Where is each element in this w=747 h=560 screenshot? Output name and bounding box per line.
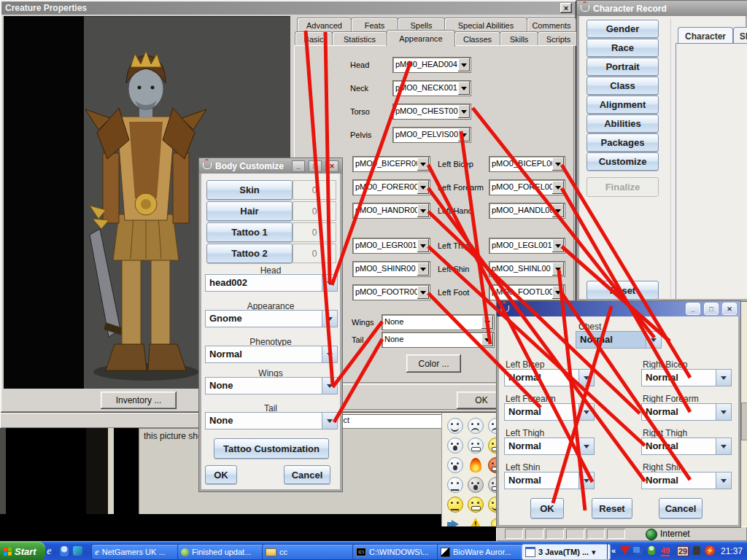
chevron-down-icon[interactable] — [322, 311, 337, 327]
emoticon-arrow-icon[interactable] — [445, 514, 465, 526]
chevron-down-icon[interactable] — [417, 286, 429, 299]
left-shin-combo[interactable]: Normal — [504, 472, 595, 489]
skin-button[interactable]: Skin — [206, 180, 293, 200]
bc-ok-button[interactable]: OK — [205, 465, 237, 484]
tray-clock[interactable]: 21:37 — [721, 546, 743, 556]
left-bicep-combo[interactable]: pMO0_BICEPR00 — [352, 156, 430, 172]
tattoo-customization-button[interactable]: Tattoo Customization — [214, 438, 329, 459]
right-shin-combo[interactable]: pMO0_SHINL00 — [489, 261, 565, 277]
right-bicep-combo[interactable]: Normal — [641, 369, 732, 386]
parts-cancel-button[interactable]: Cancel — [659, 498, 703, 518]
bc-head-combo[interactable]: head002 — [205, 274, 338, 292]
close-icon[interactable]: ✕ — [325, 160, 338, 172]
chevron-down-icon[interactable] — [716, 370, 731, 386]
customize-button[interactable]: Customize — [587, 152, 659, 171]
chevron-down-icon[interactable] — [458, 105, 470, 118]
bc-tail-combo[interactable]: None — [205, 412, 338, 429]
emoticon-shock-icon[interactable] — [445, 455, 465, 475]
tattoo2-button[interactable]: Tattoo 2 — [206, 244, 293, 263]
right-thigh-combo[interactable]: Normal — [641, 438, 732, 455]
chevron-down-icon[interactable] — [481, 316, 493, 329]
chevron-down-icon[interactable] — [716, 438, 731, 454]
start-button[interactable]: Start — [0, 542, 45, 560]
emoticon-big-grin-icon[interactable] — [465, 494, 486, 514]
emoticon-confused-icon[interactable] — [445, 475, 465, 494]
chevron-down-icon[interactable] — [716, 404, 731, 420]
top-part-combo[interactable]: Normal — [576, 331, 662, 349]
right-thigh-combo[interactable]: pMO0_LEGL001 — [489, 238, 565, 254]
right-shin-combo[interactable]: Normal — [641, 472, 732, 489]
close-icon[interactable]: ✕ — [722, 303, 737, 315]
task-java-group[interactable]: 3 Java(TM) ... ▾ — [522, 544, 611, 560]
right-foot-combo[interactable]: pMO0_FOOTL00 — [489, 284, 565, 300]
bc-wings-combo[interactable]: None — [205, 377, 338, 394]
alignment-button[interactable]: Alignment — [587, 96, 659, 114]
media-quicklaunch-icon[interactable] — [73, 546, 82, 556]
tattoo1-button[interactable]: Tattoo 1 — [206, 222, 293, 242]
left-forearm-combo[interactable]: pMO0_FORER00 — [352, 179, 430, 195]
character-record-titlebar[interactable]: Character Record — [577, 1, 747, 16]
bc-cancel-button[interactable]: Cancel — [284, 465, 330, 484]
chevron-down-icon[interactable] — [716, 472, 731, 489]
body-customize-titlebar[interactable]: Body Customize _ □ ✕ — [199, 158, 342, 174]
tab-skills-partial[interactable]: Sk — [733, 27, 747, 44]
network-icon[interactable] — [633, 547, 640, 553]
chevron-down-icon[interactable] — [322, 413, 337, 429]
class-button[interactable]: Class — [587, 77, 659, 95]
race-button[interactable]: Race — [587, 39, 659, 57]
scrollbar-thumb[interactable] — [741, 402, 747, 440]
chevron-down-icon[interactable] — [646, 332, 661, 348]
chevron-down-icon[interactable] — [552, 158, 564, 171]
torso-combo[interactable]: pMO0_CHEST00 — [392, 104, 471, 120]
task-bioware-aurora[interactable]: BioWare Auror... — [437, 544, 525, 560]
internet-explorer-quicklaunch-icon[interactable]: e — [47, 545, 52, 557]
emoticon-smile-icon[interactable] — [445, 416, 465, 435]
emoticon-flame-icon[interactable] — [465, 455, 486, 475]
tray-overflow-chevron[interactable]: « — [611, 546, 616, 555]
left-shin-combo[interactable]: pMO0_SHINR00 — [352, 261, 430, 277]
chevron-down-icon[interactable] — [322, 378, 337, 394]
right-forearm-combo[interactable]: pMO0_FOREL00 — [489, 179, 565, 195]
left-hand-combo[interactable]: pMO0_HANDR00 — [352, 203, 430, 219]
tab-appearance[interactable]: Appearance — [387, 30, 455, 47]
head-combo[interactable]: pMO0_HEAD004 — [392, 57, 471, 73]
right-forearm-combo[interactable]: Normal — [641, 403, 732, 421]
chevron-down-icon[interactable] — [552, 262, 564, 276]
tab-character[interactable]: Character — [678, 27, 733, 44]
maximize-icon[interactable]: □ — [309, 160, 322, 172]
chevron-down-icon[interactable] — [458, 128, 470, 141]
chevron-down-icon[interactable] — [322, 346, 337, 362]
maximize-icon[interactable]: □ — [704, 303, 719, 315]
task-cc-folder[interactable]: cc — [262, 544, 355, 560]
power-icon[interactable]: ⚡ — [705, 545, 715, 556]
bc-phenotype-combo[interactable]: Normal — [205, 346, 338, 363]
chevron-down-icon[interactable] — [458, 58, 470, 71]
tab-advanced[interactable]: Advanced — [297, 18, 352, 32]
left-forearm-combo[interactable]: Normal — [504, 403, 595, 421]
task-command-prompt[interactable]: C:\ C:\WINDOWS\... — [352, 544, 440, 560]
inventory-button[interactable]: Inventory ... — [101, 392, 177, 409]
left-foot-combo[interactable]: pMO0_FOOTR00 — [352, 284, 430, 300]
emoticon-grin-icon[interactable] — [465, 435, 486, 455]
parts-ok-button[interactable]: OK — [530, 498, 564, 518]
portrait-button[interactable]: Portrait — [587, 58, 659, 76]
gender-button[interactable]: Gender — [587, 20, 659, 38]
task-netgamers[interactable]: e NetGamers UK ... — [91, 544, 180, 560]
right-bicep-combo[interactable]: pMO0_BICEPL00 — [489, 156, 565, 172]
left-thigh-combo[interactable]: Normal — [504, 438, 595, 455]
volume-icon[interactable] — [693, 546, 700, 555]
task-finished-updating[interactable]: Finished updat... — [177, 544, 265, 560]
tab-classes[interactable]: Classes — [454, 31, 500, 46]
chevron-down-icon[interactable] — [552, 204, 564, 217]
minimize-icon[interactable]: _ — [292, 160, 305, 172]
tab-comments[interactable]: Comments — [527, 18, 576, 32]
select-field[interactable]: lect — [334, 414, 446, 429]
emoticon-smirk-icon[interactable] — [445, 494, 465, 514]
tab-statistics[interactable]: Statistics — [332, 31, 387, 46]
packages-button[interactable]: Packages — [587, 133, 659, 152]
chevron-down-icon[interactable] — [458, 82, 470, 95]
left-bicep-combo[interactable]: Normal — [504, 369, 595, 386]
chevron-down-icon[interactable] — [417, 158, 429, 171]
abilities-button[interactable]: Abilities — [587, 114, 659, 133]
right-hand-combo[interactable]: pMO0_HANDL00 — [489, 203, 565, 219]
